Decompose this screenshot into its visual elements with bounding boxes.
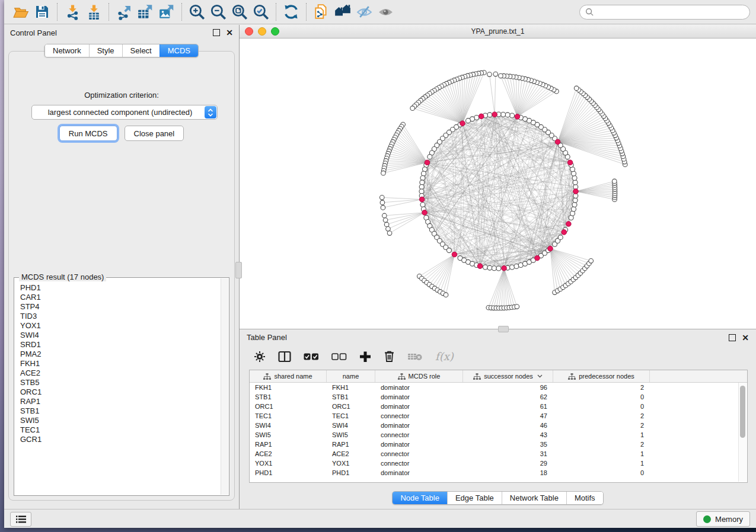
column-header-shared-name[interactable]: shared name (250, 370, 327, 382)
network-node[interactable] (419, 189, 424, 194)
mcds-hub-node[interactable] (548, 246, 553, 251)
mcds-result-item[interactable]: FKH1 (20, 359, 228, 368)
leaf-node[interactable] (444, 293, 448, 297)
network-node[interactable] (510, 113, 515, 118)
mcds-hub-node[interactable] (479, 114, 484, 119)
task-history-button[interactable] (10, 512, 31, 527)
table-row[interactable]: SWI4SWI4dominator462 (250, 421, 747, 430)
optimization-criterion-dropdown[interactable]: largest connected component (undirected) (31, 105, 218, 120)
network-from-selection-icon[interactable] (311, 2, 332, 21)
table-scrollbar-thumb[interactable] (740, 386, 745, 438)
column-header-name[interactable]: name (327, 370, 375, 382)
table-row[interactable]: FKH1FKH1dominator962 (250, 383, 747, 392)
leaf-node[interactable] (410, 106, 415, 111)
tab-select[interactable]: Select (122, 44, 160, 57)
export-network-icon[interactable] (113, 2, 135, 21)
tab-network[interactable]: Network (45, 44, 89, 57)
close-panel-button[interactable]: Close panel (125, 126, 184, 141)
tab-mcds[interactable]: MCDS (160, 44, 198, 57)
mcds-result-item[interactable]: CAR1 (20, 293, 228, 302)
column-header-predecessor-nodes[interactable]: predecessor nodes (553, 370, 650, 382)
hide-selected-icon[interactable] (353, 2, 375, 21)
import-network-icon[interactable] (62, 2, 83, 21)
leaf-node[interactable] (379, 196, 384, 200)
minimize-window-icon[interactable] (258, 27, 266, 36)
mcds-result-item[interactable]: STP4 (20, 302, 228, 312)
mcds-hub-node[interactable] (460, 121, 465, 126)
export-image-icon[interactable] (156, 2, 177, 21)
table-row[interactable]: ACE2ACE2connector311 (250, 449, 747, 459)
network-node[interactable] (422, 167, 427, 172)
first-neighbors-icon[interactable] (332, 2, 353, 21)
mcds-hub-node[interactable] (425, 160, 430, 165)
mcds-result-item[interactable]: STB1 (20, 406, 228, 416)
leaf-node[interactable] (515, 305, 519, 309)
network-node[interactable] (487, 265, 492, 270)
table-tab-motifs[interactable]: Motifs (566, 492, 603, 504)
table-row[interactable]: SWI5SWI5connector431 (250, 430, 747, 440)
tab-style[interactable]: Style (89, 44, 122, 57)
vertical-splitter-handle[interactable] (235, 262, 242, 278)
mcds-result-item[interactable]: STB5 (20, 378, 228, 387)
network-node[interactable] (558, 235, 563, 240)
network-window-titlebar[interactable]: YPA_prune.txt_1 (240, 25, 756, 39)
close-panel-icon[interactable]: ✕ (226, 30, 233, 36)
mcds-result-list[interactable]: PHD1CAR1STP4TID3YOX1SWI4SRD1PMA2FKH1ACE2… (15, 278, 228, 495)
leaf-node[interactable] (589, 259, 594, 264)
mcds-result-item[interactable]: YOX1 (20, 321, 228, 331)
table-row[interactable]: RAP1RAP1dominator352 (250, 440, 747, 449)
mcds-result-item[interactable]: PMA2 (20, 350, 228, 359)
delete-table-icon[interactable] (407, 352, 423, 361)
network-node[interactable] (570, 211, 575, 216)
column-settings-icon[interactable] (254, 351, 266, 363)
network-node[interactable] (573, 198, 578, 203)
network-node[interactable] (572, 203, 577, 207)
column-header-successor-nodes[interactable]: successor nodes (463, 370, 553, 382)
mcds-hub-node[interactable] (567, 160, 573, 165)
network-node[interactable] (573, 180, 578, 185)
network-node[interactable] (487, 113, 492, 117)
network-node[interactable] (514, 264, 519, 268)
zoom-selected-icon[interactable] (250, 2, 272, 21)
close-window-icon[interactable] (245, 27, 253, 36)
select-all-checkbox-icon[interactable] (304, 352, 319, 361)
split-panel-icon[interactable] (278, 351, 291, 363)
mcds-hub-node[interactable] (515, 114, 520, 120)
leaf-node[interactable] (380, 200, 385, 205)
mcds-result-item[interactable]: SRD1 (20, 340, 228, 350)
show-all-icon[interactable] (375, 2, 396, 21)
mcds-result-item[interactable]: TEC1 (20, 425, 228, 435)
apply-layout-icon[interactable] (280, 2, 302, 21)
mcds-hub-node[interactable] (555, 139, 560, 145)
horizontal-splitter-handle[interactable] (498, 326, 509, 332)
mcds-hub-node[interactable] (573, 189, 579, 194)
mcds-result-item[interactable]: TID3 (20, 312, 228, 321)
network-node[interactable] (572, 175, 577, 180)
network-node[interactable] (571, 207, 576, 211)
export-table-icon[interactable] (135, 2, 156, 21)
mcds-hub-node[interactable] (419, 197, 425, 202)
close-table-panel-icon[interactable]: ✕ (742, 335, 749, 341)
float-table-panel-icon[interactable] (729, 334, 736, 341)
table-tab-node-table[interactable]: Node Table (393, 492, 447, 504)
network-node[interactable] (501, 112, 506, 117)
mcds-hub-node[interactable] (562, 230, 567, 235)
leaf-node[interactable] (499, 73, 503, 78)
network-node[interactable] (420, 175, 425, 180)
mcds-hub-node[interactable] (422, 210, 428, 216)
network-node[interactable] (492, 266, 496, 271)
leaf-node[interactable] (493, 72, 498, 76)
mcds-hub-node[interactable] (477, 264, 483, 269)
deselect-all-checkbox-icon[interactable] (331, 352, 347, 361)
import-table-icon[interactable] (83, 2, 104, 21)
network-node[interactable] (571, 171, 576, 176)
search-input[interactable] (594, 7, 744, 17)
leaf-node[interactable] (383, 218, 388, 223)
save-session-icon[interactable] (31, 2, 53, 21)
table-scrollbar[interactable] (738, 383, 747, 482)
mcds-result-item[interactable]: SWI5 (20, 416, 228, 425)
float-panel-icon[interactable] (213, 29, 220, 36)
leaf-node[interactable] (382, 213, 387, 218)
zoom-in-icon[interactable] (186, 2, 208, 21)
run-mcds-button[interactable]: Run MCDS (59, 126, 117, 141)
